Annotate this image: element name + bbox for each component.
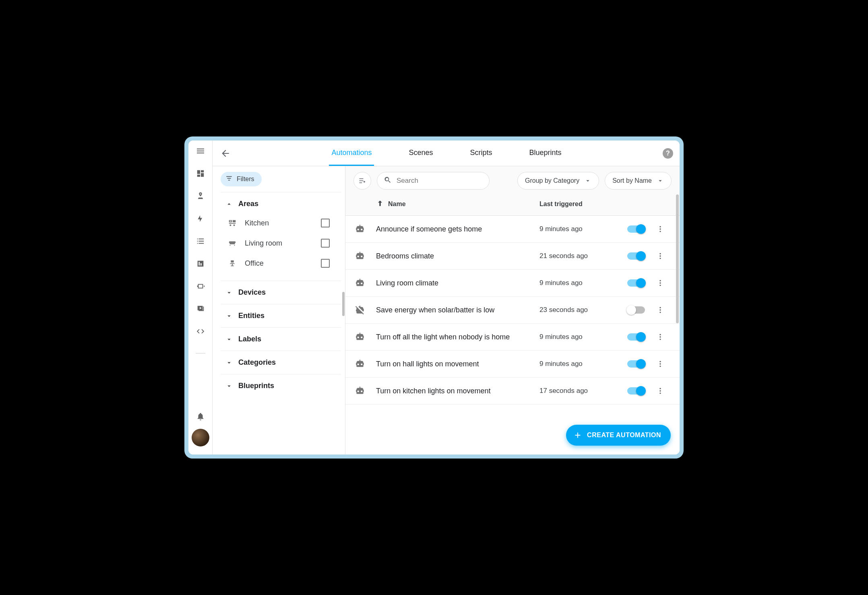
- row-overflow-menu[interactable]: [652, 225, 668, 233]
- chevron-up-icon: [225, 200, 233, 208]
- devices-icon[interactable]: [196, 281, 205, 291]
- section-blueprints-label: Blueprints: [238, 382, 274, 390]
- table-row[interactable]: Turn on kitchen lights on movement17 sec…: [345, 378, 680, 405]
- row-overflow-menu[interactable]: [652, 306, 668, 314]
- user-avatar[interactable]: [192, 429, 209, 446]
- table-row[interactable]: Living room climate9 minutes ago: [345, 270, 680, 297]
- area-item[interactable]: Living room: [225, 233, 338, 253]
- section-categories-label: Categories: [238, 358, 276, 367]
- tab-scenes[interactable]: Scenes: [406, 140, 435, 166]
- dashboard-icon[interactable]: [196, 169, 205, 178]
- tab-scripts[interactable]: Scripts: [468, 140, 495, 166]
- table-row[interactable]: Turn on hall lights on movement9 minutes…: [345, 351, 680, 378]
- row-overflow-menu[interactable]: [652, 279, 668, 287]
- col-name-header[interactable]: Name: [376, 199, 539, 209]
- table-row[interactable]: Bedrooms climate21 seconds ago: [345, 243, 680, 270]
- group-by-dropdown[interactable]: Group by Category: [517, 172, 599, 190]
- checkbox[interactable]: [321, 219, 330, 227]
- svg-point-7: [659, 282, 661, 283]
- rail-separator: [196, 353, 205, 353]
- svg-point-4: [659, 255, 661, 256]
- tab-blueprints[interactable]: Blueprints: [527, 140, 564, 166]
- row-overflow-menu[interactable]: [652, 360, 668, 368]
- area-label: Kitchen: [245, 219, 314, 227]
- svg-point-6: [659, 280, 661, 281]
- history-icon[interactable]: [196, 259, 205, 269]
- svg-point-10: [659, 309, 661, 310]
- svg-point-5: [659, 258, 661, 259]
- robot-icon: [354, 332, 376, 342]
- notifications-icon[interactable]: [196, 412, 205, 421]
- filters-label: Filters: [237, 176, 254, 183]
- table-row[interactable]: Save energy when solar/batter is low23 s…: [345, 297, 680, 324]
- section-labels-label: Labels: [238, 335, 261, 343]
- create-automation-button[interactable]: CREATE AUTOMATION: [566, 425, 671, 446]
- enable-toggle[interactable]: [627, 279, 645, 287]
- enable-toggle[interactable]: [627, 252, 645, 260]
- chevron-down-icon: [225, 336, 233, 343]
- svg-point-18: [659, 388, 661, 389]
- svg-point-19: [659, 390, 661, 391]
- enable-toggle[interactable]: [627, 387, 645, 395]
- area-label: Living room: [245, 239, 314, 248]
- robot-icon: [354, 224, 376, 234]
- section-categories[interactable]: Categories: [224, 356, 338, 369]
- table-header: Name Last triggered: [345, 195, 680, 216]
- robot-icon: [354, 251, 376, 261]
- group-by-label: Group by Category: [525, 177, 579, 184]
- section-entities-label: Entities: [238, 312, 265, 320]
- map-icon[interactable]: [196, 191, 205, 201]
- section-blueprints[interactable]: Blueprints: [224, 379, 338, 393]
- energy-icon[interactable]: [196, 214, 205, 223]
- enable-toggle[interactable]: [627, 306, 645, 314]
- enable-toggle[interactable]: [627, 333, 645, 341]
- last-triggered: 17 seconds ago: [539, 387, 620, 395]
- table-row[interactable]: Turn off all the light when nobody is ho…: [345, 324, 680, 351]
- section-labels[interactable]: Labels: [224, 333, 338, 346]
- menu-icon[interactable]: [196, 146, 205, 156]
- chevron-down-icon: [584, 177, 591, 184]
- section-areas[interactable]: Areas: [224, 197, 338, 211]
- row-overflow-menu[interactable]: [652, 333, 668, 341]
- robot-off-icon: [354, 305, 376, 315]
- svg-point-12: [659, 334, 661, 335]
- automation-name: Announce if someone gets home: [376, 225, 539, 233]
- col-name-label: Name: [388, 200, 406, 208]
- help-button[interactable]: ?: [663, 148, 673, 159]
- row-overflow-menu[interactable]: [652, 387, 668, 395]
- checkbox[interactable]: [321, 259, 330, 268]
- filters-chip[interactable]: Filters: [221, 172, 262, 186]
- select-mode-button[interactable]: [353, 172, 371, 190]
- svg-point-14: [659, 339, 661, 340]
- svg-point-0: [659, 226, 661, 227]
- search-field[interactable]: [377, 172, 490, 190]
- developer-icon[interactable]: [196, 326, 205, 336]
- sort-by-dropdown[interactable]: Sort by Name: [605, 172, 672, 190]
- row-overflow-menu[interactable]: [652, 252, 668, 260]
- enable-toggle[interactable]: [627, 225, 645, 233]
- logbook-icon[interactable]: [196, 236, 205, 246]
- svg-point-11: [659, 312, 661, 313]
- section-devices[interactable]: Devices: [224, 286, 338, 299]
- table-row[interactable]: Announce if someone gets home9 minutes a…: [345, 216, 680, 243]
- back-button[interactable]: [213, 140, 238, 166]
- search-input[interactable]: [397, 177, 483, 185]
- checkbox[interactable]: [321, 239, 330, 248]
- media-icon[interactable]: [196, 304, 205, 314]
- last-triggered: 23 seconds ago: [539, 306, 620, 314]
- area-item[interactable]: Office: [225, 253, 338, 273]
- automation-name: Turn off all the light when nobody is ho…: [376, 333, 539, 341]
- tab-automations[interactable]: Automations: [329, 140, 374, 166]
- section-entities[interactable]: Entities: [224, 309, 338, 322]
- sidebar-scrollbar[interactable]: [342, 292, 345, 316]
- svg-point-16: [659, 363, 661, 364]
- enable-toggle[interactable]: [627, 360, 645, 368]
- svg-point-20: [659, 393, 661, 394]
- automation-name: Bedrooms climate: [376, 252, 539, 260]
- search-icon: [384, 176, 392, 186]
- sort-asc-icon: [376, 199, 384, 209]
- svg-point-13: [659, 336, 661, 337]
- content-scrollbar[interactable]: [676, 194, 679, 323]
- area-item[interactable]: Kitchen: [225, 213, 338, 233]
- col-last-triggered-header[interactable]: Last triggered: [539, 200, 620, 208]
